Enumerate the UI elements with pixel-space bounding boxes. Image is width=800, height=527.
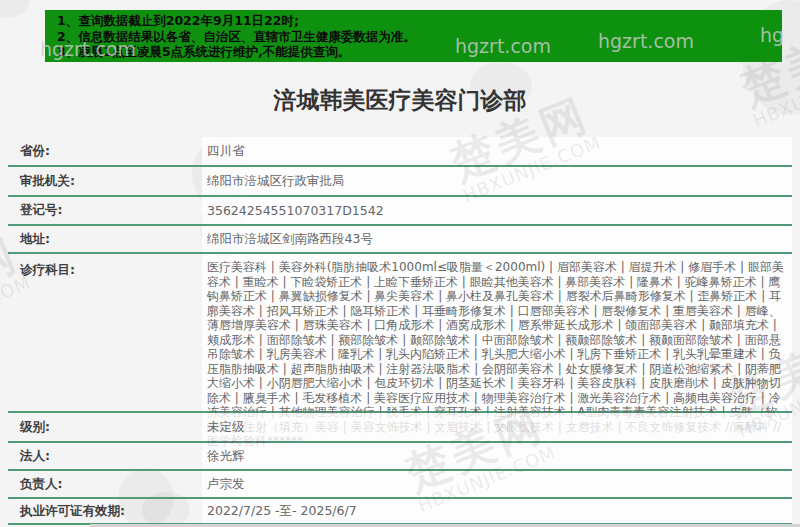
notice-line-2: 2、信息数据结果以各省、自治区、直辖市卫生健康委数据为准。 [57,29,782,45]
field-label: 登记号: [8,197,202,224]
field-label: 地址: [8,226,202,252]
detail-table: 省份: 四川省 审批机关: 绵阳市涪城区行政审批局 登记号: 356242545… [8,137,792,525]
field-label: 诊疗科目: [8,254,202,411]
row-treatment-subjects: 诊疗科目: 医疗美容科 | 美容外科(脂肪抽吸术1000ml≤吸脂量＜2000m… [8,254,792,413]
row-registration-number: 登记号: 35624254551070317D1542 [8,197,792,226]
field-label: 执业许可证有效期: [8,499,202,523]
field-value: 卢宗发 [202,471,792,497]
row-person-in-charge: 负责人: 卢宗发 [8,471,792,499]
notice-line-1: 1、查询数据截止到2022年9月11日22时; [57,13,782,29]
field-value: 绵阳市涪城区剑南路西段43号 [202,226,792,252]
field-label: 级别: [8,413,202,441]
field-value: 徐光辉 [202,443,792,469]
row-approval-authority: 审批机关: 绵阳市涪城区行政审批局 [8,167,792,197]
field-value: 未定级 [202,413,792,441]
row-address: 地址: 绵阳市涪城区剑南路西段43号 [8,226,792,254]
notice-line-3: 3、凌晨1点至凌晨5点系统进行维护,不能提供查询。 [57,44,782,60]
field-label: 审批机关: [8,167,202,195]
row-level: 级别: 未定级 [8,413,792,443]
footprint-shape [0,0,30,18]
field-value: 医疗美容科 | 美容外科(脂肪抽吸术1000ml≤吸脂量＜2000ml) | 眉… [202,254,792,411]
field-label: 负责人: [8,471,202,497]
field-label: 法人: [8,443,202,469]
field-value: 四川省 [202,137,792,165]
field-label: 省份: [8,137,202,165]
license-lookup-page: 1、查询数据截止到2022年9月11日22时; 2、信息数据结果以各省、自治区、… [0,0,800,527]
field-value: 2022/7/25 -至- 2025/6/7 [202,499,792,523]
row-legal-person: 法人: 徐光辉 [8,443,792,471]
field-value: 35624254551070317D1542 [202,197,792,224]
field-value: 绵阳市涪城区行政审批局 [202,167,792,195]
page-title: 涪城韩美医疗美容门诊部 [0,85,800,116]
row-province: 省份: 四川省 [8,137,792,167]
notice-banner: 1、查询数据截止到2022年9月11日22时; 2、信息数据结果以各省、自治区、… [45,10,782,62]
row-license-validity: 执业许可证有效期: 2022/7/25 -至- 2025/6/7 [8,499,792,525]
